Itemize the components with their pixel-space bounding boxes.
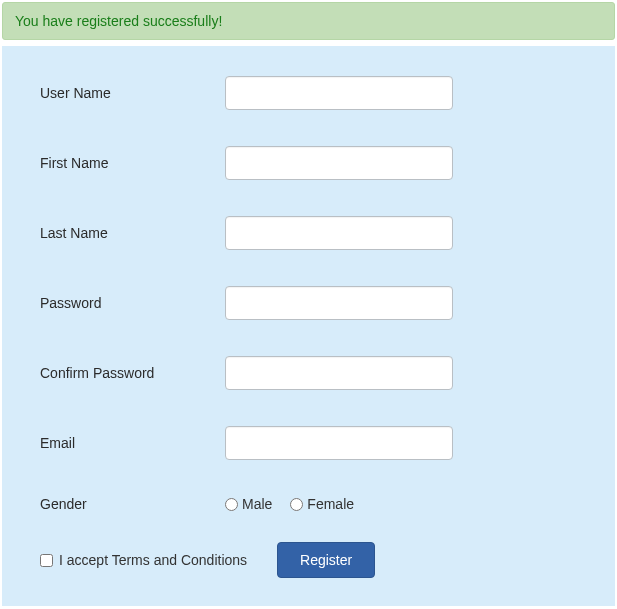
confirm-password-label: Confirm Password: [40, 365, 225, 381]
terms-option[interactable]: I accept Terms and Conditions: [40, 552, 247, 568]
confirm-password-input[interactable]: [225, 356, 453, 390]
terms-label: I accept Terms and Conditions: [59, 552, 247, 568]
firstname-label: First Name: [40, 155, 225, 171]
password-label: Password: [40, 295, 225, 311]
gender-female-option[interactable]: Female: [290, 496, 354, 512]
registration-form: User Name First Name Last Name Password …: [2, 46, 615, 606]
email-input[interactable]: [225, 426, 453, 460]
password-input[interactable]: [225, 286, 453, 320]
firstname-row: First Name: [40, 146, 577, 180]
username-input[interactable]: [225, 76, 453, 110]
register-button[interactable]: Register: [277, 542, 375, 578]
gender-radio-group: Male Female: [225, 496, 577, 512]
username-label: User Name: [40, 85, 225, 101]
email-row: Email: [40, 426, 577, 460]
gender-row: Gender Male Female: [40, 496, 577, 512]
gender-male-radio[interactable]: [225, 498, 238, 511]
success-alert: You have registered successfully!: [2, 2, 615, 40]
email-label: Email: [40, 435, 225, 451]
lastname-input[interactable]: [225, 216, 453, 250]
username-row: User Name: [40, 76, 577, 110]
password-row: Password: [40, 286, 577, 320]
gender-female-label: Female: [307, 496, 354, 512]
terms-checkbox[interactable]: [40, 554, 53, 567]
confirm-password-row: Confirm Password: [40, 356, 577, 390]
lastname-label: Last Name: [40, 225, 225, 241]
terms-row: I accept Terms and Conditions Register: [40, 542, 577, 578]
gender-female-radio[interactable]: [290, 498, 303, 511]
gender-male-label: Male: [242, 496, 272, 512]
success-message: You have registered successfully!: [15, 13, 222, 29]
lastname-row: Last Name: [40, 216, 577, 250]
gender-label: Gender: [40, 496, 225, 512]
gender-male-option[interactable]: Male: [225, 496, 272, 512]
firstname-input[interactable]: [225, 146, 453, 180]
